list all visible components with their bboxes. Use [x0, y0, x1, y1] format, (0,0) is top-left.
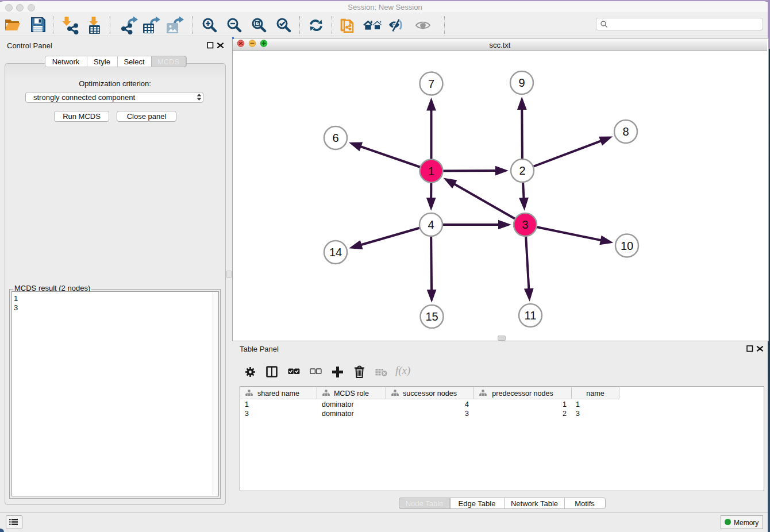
- svg-text:1: 1: [428, 165, 434, 178]
- svg-text:8: 8: [622, 125, 629, 138]
- svg-text:2: 2: [519, 164, 525, 177]
- svg-text:14: 14: [329, 246, 342, 259]
- svg-text:15: 15: [425, 310, 438, 323]
- svg-text:10: 10: [621, 240, 633, 252]
- svg-text:9: 9: [518, 76, 525, 89]
- svg-text:7: 7: [428, 78, 434, 90]
- svg-text:4: 4: [428, 218, 434, 231]
- svg-text:3: 3: [522, 218, 528, 231]
- svg-text:11: 11: [525, 309, 537, 322]
- svg-text:6: 6: [332, 132, 338, 144]
